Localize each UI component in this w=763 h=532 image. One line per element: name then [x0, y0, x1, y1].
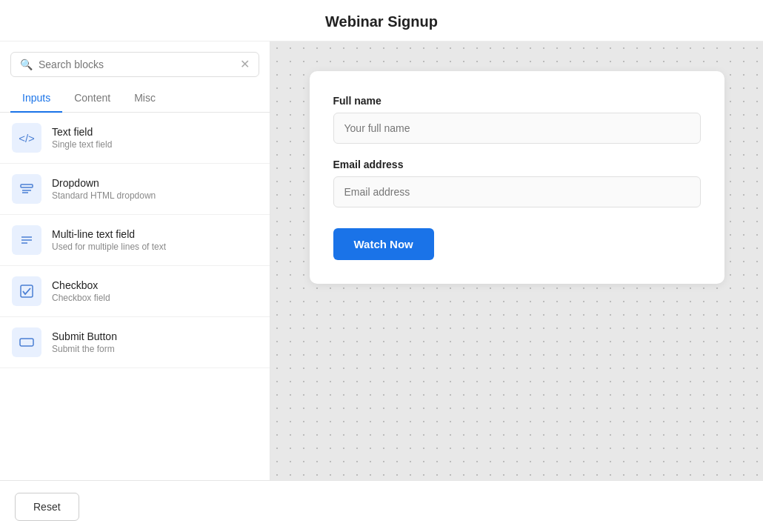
- list-item[interactable]: Multi-line text field Used for multiple …: [0, 215, 270, 266]
- search-bar: 🔍 ✕: [10, 52, 259, 77]
- sidebar: 🔍 ✕ Inputs Content Misc </> Text field S…: [0, 41, 270, 480]
- page-title: Webinar Signup: [325, 13, 438, 30]
- full-name-group: Full name: [333, 95, 701, 144]
- block-name: Checkbox: [52, 279, 110, 291]
- block-desc: Used for multiple lines of text: [52, 242, 166, 252]
- tab-bar: Inputs Content Misc: [0, 84, 270, 113]
- checkbox-icon: [12, 276, 41, 306]
- full-name-label: Full name: [333, 95, 701, 107]
- dropdown-icon: [12, 174, 41, 204]
- block-list: </> Text field Single text field Dropdow…: [0, 113, 270, 480]
- list-item[interactable]: Submit Button Submit the form: [0, 317, 270, 368]
- main-layout: 🔍 ✕ Inputs Content Misc </> Text field S…: [0, 41, 763, 480]
- footer: Reset: [0, 480, 763, 532]
- block-name: Multi-line text field: [52, 228, 166, 240]
- submit-button-icon: [12, 327, 41, 357]
- svg-rect-7: [20, 339, 33, 346]
- watch-now-button[interactable]: Watch Now: [333, 228, 434, 260]
- reset-button[interactable]: Reset: [15, 493, 79, 521]
- tab-inputs[interactable]: Inputs: [10, 84, 62, 113]
- text-field-icon: </>: [12, 123, 41, 153]
- list-item[interactable]: Checkbox Checkbox field: [0, 266, 270, 317]
- block-desc: Standard HTML dropdown: [52, 190, 156, 201]
- canvas: Full name Email address Watch Now: [270, 41, 763, 480]
- list-item[interactable]: Dropdown Standard HTML dropdown: [0, 164, 270, 215]
- tab-misc[interactable]: Misc: [122, 84, 167, 113]
- block-name: Text field: [52, 126, 112, 138]
- block-desc: Checkbox field: [52, 293, 110, 303]
- block-desc: Submit the form: [52, 344, 117, 354]
- block-desc: Single text field: [52, 139, 112, 150]
- block-name: Submit Button: [52, 330, 117, 342]
- page-header: Webinar Signup: [0, 0, 763, 41]
- search-icon: 🔍: [20, 59, 33, 70]
- tab-content[interactable]: Content: [62, 84, 122, 113]
- block-name: Dropdown: [52, 177, 156, 189]
- multiline-icon: [12, 225, 41, 255]
- list-item[interactable]: </> Text field Single text field: [0, 113, 270, 164]
- svg-rect-6: [21, 285, 33, 297]
- search-clear-icon[interactable]: ✕: [240, 59, 250, 70]
- search-input[interactable]: [39, 59, 240, 70]
- email-label: Email address: [333, 159, 701, 170]
- full-name-input[interactable]: [333, 113, 701, 144]
- email-group: Email address: [333, 159, 701, 207]
- form-card: Full name Email address Watch Now: [310, 71, 724, 284]
- svg-rect-0: [21, 184, 33, 187]
- email-input[interactable]: [333, 176, 701, 207]
